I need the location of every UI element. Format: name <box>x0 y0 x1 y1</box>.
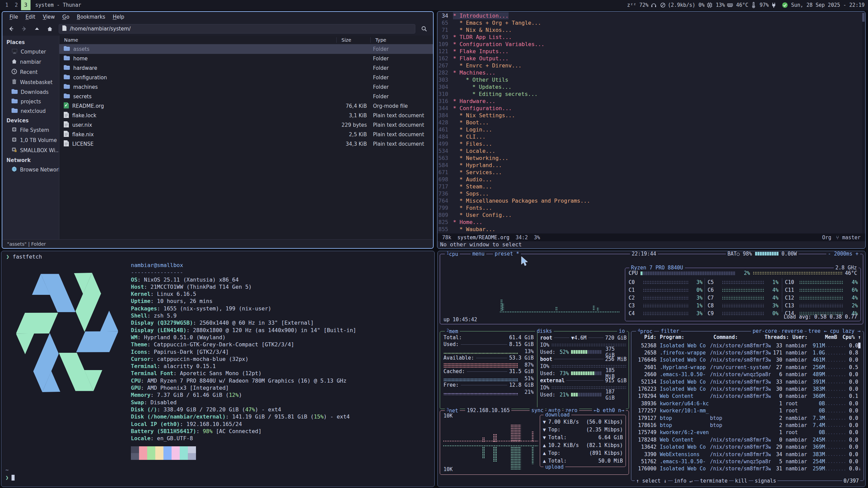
reverse-button[interactable]: reverse <box>780 328 805 334</box>
interval-control[interactable]: - 2000ms + <box>826 251 860 257</box>
proc-action-signals[interactable]: signals <box>753 478 777 484</box>
process-row-2658[interactable]: 2658.firefox-wrappe/nix/store/sm8fmrf3wp… <box>634 349 861 356</box>
process-row-176223[interactable]: 176223Isolated Web Co/nix/store/sm8fmrf3… <box>634 385 861 392</box>
proc-action-select[interactable]: ↑ select ↓ <box>635 478 668 484</box>
column-type[interactable]: Type <box>370 37 433 43</box>
file-row-assets[interactable]: assetsFolder <box>59 44 433 54</box>
column-size[interactable]: Size <box>336 37 370 43</box>
up-button[interactable] <box>31 24 43 34</box>
process-row-178294[interactable]: 178294Web Content/nix/store/sm8fmrf3wps4… <box>634 393 861 400</box>
file-row-flake-nix[interactable]: flake.nix2,5 KiBPlain text document <box>59 130 433 139</box>
column-name[interactable]: Name <box>59 37 336 43</box>
sidebar-item-projects[interactable]: projects <box>2 97 59 106</box>
sidebar-item-file-system[interactable]: File System <box>2 125 59 135</box>
line-number: 71 <box>437 26 453 34</box>
menu-button[interactable]: menu <box>471 251 486 257</box>
file-row-flake-lock[interactable]: flake.lock3,1 KiBPlain text document <box>59 111 433 120</box>
proc-action-info[interactable]: info ↵ <box>673 478 694 484</box>
line-number: 121 <box>437 48 453 55</box>
file-row-license[interactable]: LICENSE34,3 KiBPlain text document <box>59 139 433 149</box>
net-graph <box>443 415 538 470</box>
sidebar-item-recent[interactable]: Recent <box>2 67 59 77</box>
sidebar-item-nambiar[interactable]: nambiar <box>2 57 59 67</box>
menu-view[interactable]: View <box>40 13 58 21</box>
mem-box-title[interactable]: 2mem <box>445 328 460 334</box>
file-icon <box>63 130 69 139</box>
home-button[interactable] <box>44 24 56 34</box>
sidebar-item-computer[interactable]: Computer <box>2 47 59 57</box>
sidebar-item-wastebasket[interactable]: Wastebasket <box>2 77 59 87</box>
line-number: 65 <box>437 19 453 26</box>
path-bar[interactable]: /home/nambiar/system/ <box>59 24 415 34</box>
sidebar-item-smallbox-wi-[interactable]: SMALLBOX Wi... <box>2 145 59 156</box>
workspace-2[interactable]: 2 <box>12 0 21 10</box>
palette-swatch <box>147 453 155 460</box>
sidebar-item-nextcloud[interactable]: nextcloud <box>2 106 59 116</box>
tree-button[interactable]: tree <box>807 328 822 334</box>
scrollbar-thumb[interactable] <box>862 13 865 22</box>
buffer-size: 78k <box>442 235 451 241</box>
info-value: 1655 (nix-system), 199 (nix-user) <box>163 305 271 312</box>
cpu-box-title[interactable]: 1cpu <box>445 251 460 257</box>
net-interface-switch[interactable]: ←b eth0 n→ <box>592 407 626 413</box>
shell-prompt-input[interactable]: ❯ <box>5 474 15 481</box>
workspace-3[interactable]: 3 <box>21 0 31 10</box>
palette-swatch <box>131 446 139 453</box>
proc-action-terminate[interactable]: terminate <box>699 478 729 484</box>
proc-box-title[interactable]: 4proc <box>636 328 654 334</box>
line-number: 825 <box>437 219 453 226</box>
process-row-176000[interactable]: 176000Isolated Web Co/nix/store/sm8fmrf3… <box>634 465 861 472</box>
menu-go[interactable]: Go <box>59 13 73 21</box>
sidebar-item-downloads[interactable]: Downloads <box>2 87 59 97</box>
emacs-scrollbar[interactable] <box>862 12 865 236</box>
file-row-configuration[interactable]: configurationFolder <box>59 73 433 82</box>
file-row-home[interactable]: homeFolder <box>59 54 433 63</box>
process-row-178248[interactable]: 178248Web Content/nix/store/sm8fmrf3wps4… <box>634 436 861 443</box>
menu-edit[interactable]: Edit <box>22 13 38 21</box>
proc-action-kill[interactable]: kill <box>734 478 749 484</box>
process-row-38936[interactable]: 38936kworker/u64:6-kc1root0B.........0.0 <box>634 400 861 407</box>
org-heading-line: 384* Nix Settings... <box>437 112 865 119</box>
preset-button[interactable]: preset * <box>493 251 521 257</box>
sidebar-item-browse-network[interactable]: Browse Network <box>2 165 59 175</box>
org-buffer[interactable]: 34* Introduction...65* Emacs + Org + Tan… <box>437 12 865 233</box>
process-row-51762[interactable]: 51762.emacs-31.0.50-/nix/store/wnqz5pa8r… <box>634 458 861 465</box>
process-row-177257[interactable]: 177257kworker/10:1-mm_1root0B.........0.… <box>634 407 861 414</box>
process-row-2660[interactable]: 2660.emacs-31.0.50-/nix/store/wnqz5pa8ra… <box>634 371 861 378</box>
menu-bookmarks[interactable]: Bookmarks <box>74 13 108 21</box>
file-row-user-nix[interactable]: user.nix229 bytesPlain text document <box>59 120 433 130</box>
module-status-ok <box>780 2 788 8</box>
workspace-1[interactable]: 1 <box>2 0 12 10</box>
file-row-machines[interactable]: machinesFolder <box>59 82 433 92</box>
process-row-176646[interactable]: 176646Isolated Web Co/nix/store/sm8fmrf3… <box>634 357 861 364</box>
process-row-13642[interactable]: 13642Isolated Web Co/nix/store/sm8fmrf3w… <box>634 443 861 450</box>
org-heading-line: 65* Emacs + Org + Tangle... <box>437 19 865 26</box>
process-row-179127[interactable]: 179127btopbtop2nambiar7.3M.........0.0 <box>634 414 861 422</box>
file-row-readme-org[interactable]: README.org76,4 KiBOrg-mode file <box>59 101 433 111</box>
filter-button[interactable]: filter <box>659 328 681 334</box>
per-core-button[interactable]: per-core <box>751 328 779 334</box>
back-button[interactable] <box>5 24 17 34</box>
net-sync-button[interactable]: sync <box>530 407 545 413</box>
file-row-secrets[interactable]: secretsFolder <box>59 92 433 101</box>
core-row-c1: C10% <box>629 286 703 294</box>
process-row-3390[interactable]: 3390WebExtensions/nix/store/sm8fmrf3wps4… <box>634 451 861 458</box>
process-row-52368[interactable]: 52368Isolated Web Co/nix/store/sm8fmrf3w… <box>634 342 861 349</box>
terminal-window[interactable]: ❯ fastfetch nambiar@smallbox------------… <box>1 251 435 487</box>
sort-column-control[interactable]: ← cpu lazy → <box>822 328 862 334</box>
line-number: 563 <box>437 155 453 162</box>
info-label: Memory <box>131 392 151 398</box>
palette-swatch <box>163 446 172 453</box>
module-network-speed: (2.9kb/s) <box>660 2 695 8</box>
search-button[interactable] <box>418 24 430 34</box>
file-row-hardware[interactable]: hardwareFolder <box>59 63 433 73</box>
sidebar-item-1-0-tb-volume[interactable]: 1,0 TB Volume <box>2 135 59 145</box>
process-row-178616[interactable]: 178616btopbtop2nambiar7.4M.........0.0 <box>634 422 861 429</box>
forward-button[interactable] <box>18 24 30 34</box>
process-row-175749[interactable]: 175749kworker/6:2-even1root0B.........0.… <box>634 429 861 436</box>
core-row-c7: C74% <box>708 294 778 302</box>
process-row-52134[interactable]: 52134Isolated Web Co/nix/store/sm8fmrf3w… <box>634 378 861 385</box>
menu-help[interactable]: Help <box>110 13 127 21</box>
process-row-2601[interactable]: 2601.Hyprland-wrapp/run/current-system/s… <box>634 364 861 371</box>
menu-file[interactable]: File <box>6 13 21 21</box>
